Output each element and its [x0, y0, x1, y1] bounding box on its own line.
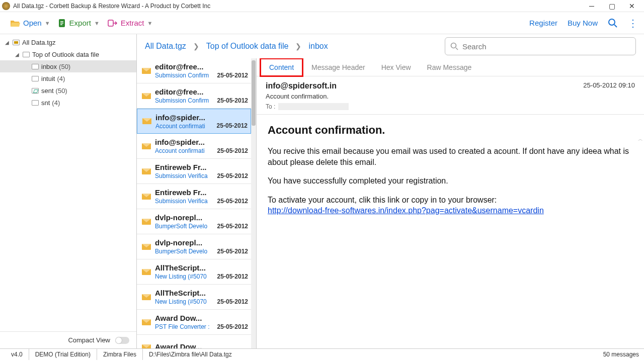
tab-content[interactable]: Content	[260, 58, 303, 77]
reader-tabs: Content Message Header Hex View Raw Mess…	[257, 58, 644, 76]
message-item[interactable]: info@spider...Account confirmati25-05-20…	[137, 134, 251, 159]
tree-top-outlook[interactable]: ◢ Top of Outlook data file	[0, 48, 136, 60]
chevron-right-icon: ❯	[295, 42, 301, 50]
chevron-down-icon: ▼	[147, 20, 153, 26]
breadcrumb-item[interactable]: Top of Outlook data file	[206, 42, 289, 51]
envelope-icon	[142, 194, 151, 200]
svg-rect-1	[108, 20, 113, 26]
file-export-icon	[58, 19, 66, 28]
message-item[interactable]: AllTheScript...New Listing (#507025-05-2…	[137, 285, 251, 310]
compact-view-toggle-row: Compact View	[0, 331, 136, 348]
envelope-icon	[142, 68, 151, 74]
body-paragraph: To activate your account, clik this link…	[268, 195, 633, 216]
folder-icon	[32, 64, 39, 69]
tab-message-header[interactable]: Message Header	[303, 59, 373, 75]
svg-point-2	[609, 19, 615, 25]
envelope-icon	[142, 344, 151, 349]
breadcrumb-item[interactable]: All Data.tgz	[145, 42, 186, 51]
status-path: D:\Files\Zimbra file\All Data.tgz	[143, 349, 238, 360]
header-date: 25-05-2012 09:10	[583, 81, 635, 89]
envelope-icon	[142, 118, 151, 124]
breadcrumb-row: All Data.tgz ❯ Top of Outlook data file …	[137, 34, 644, 58]
message-item[interactable]: editor@free...Submission Confirm25-05-20…	[137, 83, 251, 109]
svg-point-3	[451, 43, 456, 48]
message-item[interactable]: dvlp-norepl...BumperSoft Develo25-05-201…	[137, 209, 251, 234]
archive-icon	[13, 40, 20, 45]
extract-icon	[108, 19, 118, 27]
maximize-button[interactable]: ▢	[602, 1, 622, 12]
status-mode: Zimbra Files	[97, 349, 143, 360]
status-message-count: 50 messages	[603, 351, 639, 358]
message-list: editor@free...Submission Confirm25-05-20…	[137, 58, 257, 348]
status-bar: v4.0 DEMO (Trial Edition) Zimbra Files D…	[0, 348, 644, 359]
tree-folder-snt[interactable]: snt (4)	[0, 97, 136, 109]
compact-view-label: Compact View	[68, 336, 110, 344]
message-item[interactable]: Award Dow...PST File Converter :25-05-20…	[137, 310, 251, 335]
open-button[interactable]: Open ▼	[6, 16, 54, 31]
message-reader: Content Message Header Hex View Raw Mess…	[257, 58, 644, 348]
header-subject: Account confirmation.	[266, 93, 635, 100]
sent-folder-icon	[32, 88, 39, 94]
envelope-icon	[142, 269, 151, 275]
compact-view-toggle[interactable]	[115, 337, 129, 344]
folder-open-icon	[10, 19, 20, 28]
folder-icon	[23, 52, 30, 57]
scrollbar[interactable]	[251, 58, 256, 348]
search-field[interactable]	[445, 37, 636, 55]
main-toolbar: Open ▼ Export ▼ Extract ▼ Register Buy N…	[0, 12, 644, 34]
app-icon	[2, 2, 10, 10]
message-item[interactable]: info@spider...Account confirmati25-05-20…	[137, 109, 251, 134]
tree-root[interactable]: ◢ All Data.tgz	[0, 36, 136, 48]
search-input[interactable]	[462, 42, 630, 51]
tab-hex-view[interactable]: Hex View	[373, 59, 419, 75]
message-body: Account confirmation. You recive this em…	[257, 115, 644, 348]
close-button[interactable]: ✕	[622, 1, 642, 12]
scroll-up-icon[interactable]: ︿	[638, 136, 643, 142]
breadcrumb-item[interactable]: inbox	[308, 42, 328, 51]
envelope-icon	[142, 294, 151, 300]
message-header-pane: info@spidersoft.in Account confirmation.…	[257, 76, 644, 115]
header-to: To :	[266, 103, 635, 110]
body-paragraph: You have successfully completed your reg…	[268, 175, 633, 187]
message-item[interactable]: Award Dow...	[137, 335, 251, 348]
export-button[interactable]: Export ▼	[54, 16, 104, 31]
activation-link[interactable]: http://download-free-softwares.in/index.…	[268, 206, 544, 215]
more-menu-icon[interactable]: ⋮	[628, 18, 638, 28]
message-item[interactable]: dvlp-norepl...BumperSoft Develo25-05-201…	[137, 234, 251, 259]
chevron-right-icon: ❯	[193, 42, 199, 50]
envelope-icon	[142, 244, 151, 250]
tab-raw-message[interactable]: Raw Message	[419, 59, 480, 75]
window-title: All Data.tgz - Corbett Backup & Restore …	[13, 3, 582, 10]
message-item[interactable]: Entireweb Fr...Submission Verifica25-05-…	[137, 184, 251, 209]
search-icon[interactable]	[608, 18, 618, 28]
tree-folder-intuit[interactable]: intuit (4)	[0, 72, 136, 84]
body-title: Account confirmation.	[268, 124, 633, 137]
message-item[interactable]: editor@free...Submission Confirm25-05-20…	[137, 58, 251, 83]
register-link[interactable]: Register	[529, 19, 557, 27]
scrollbar-thumb[interactable]	[252, 60, 256, 126]
header-to-value	[278, 103, 349, 110]
tree-folder-inbox[interactable]: inbox (50)	[0, 60, 136, 72]
extract-button[interactable]: Extract ▼	[104, 16, 157, 30]
folder-tree-sidebar: ◢ All Data.tgz ◢ Top of Outlook data fil…	[0, 34, 137, 348]
buy-now-link[interactable]: Buy Now	[568, 19, 598, 27]
envelope-icon	[142, 168, 151, 174]
search-icon	[450, 42, 458, 50]
message-item[interactable]: Entireweb Fr...Submission Verifica25-05-…	[137, 159, 251, 184]
status-version: v4.0	[5, 349, 29, 360]
envelope-icon	[142, 319, 151, 325]
message-item[interactable]: AllTheScript...New Listing (#507025-05-2…	[137, 259, 251, 285]
minimize-button[interactable]: ─	[582, 1, 602, 12]
reader-scrollbar[interactable]: ︿	[638, 136, 643, 142]
tree-folder-sent[interactable]: sent (50)	[0, 84, 136, 97]
envelope-icon	[142, 219, 151, 225]
body-paragraph: You recive this email because you email …	[268, 146, 633, 167]
caret-down-icon: ◢	[5, 40, 10, 45]
envelope-icon	[142, 143, 151, 149]
title-bar: All Data.tgz - Corbett Backup & Restore …	[0, 0, 644, 12]
chevron-down-icon: ▼	[45, 20, 50, 26]
caret-down-icon: ◢	[15, 52, 20, 57]
envelope-icon	[142, 93, 151, 99]
status-edition: DEMO (Trial Edition)	[29, 349, 97, 360]
folder-icon	[32, 100, 39, 106]
